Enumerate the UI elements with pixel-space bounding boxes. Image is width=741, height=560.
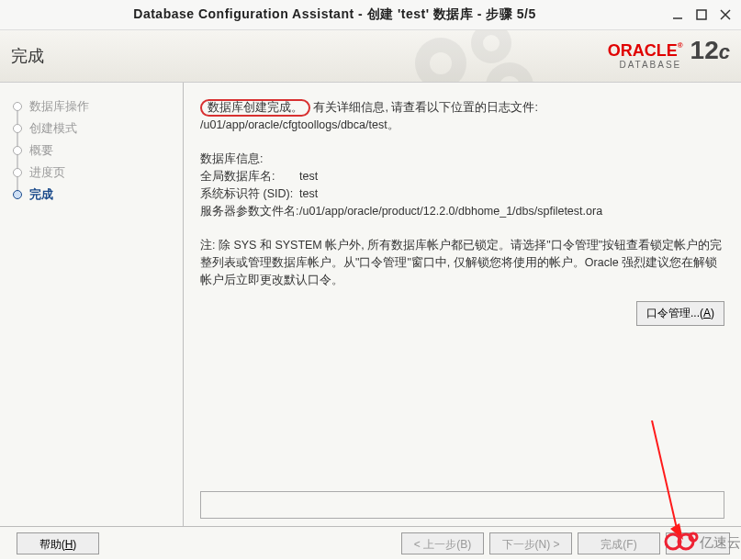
step-dot-icon: [13, 190, 22, 199]
watermark: 亿速云: [663, 529, 741, 556]
summary-text: 数据库创建完成。 有关详细信息, 请查看以下位置的日志文件: /u01/app/…: [200, 99, 724, 288]
step-progress: 进度页: [0, 162, 183, 184]
step-dot-icon: [13, 102, 22, 111]
title-bar: Database Configuration Assistant - 创建 't…: [0, 0, 741, 29]
watermark-text: 亿速云: [700, 534, 741, 552]
page-title: 完成: [11, 45, 44, 67]
step-dot-icon: [13, 146, 22, 155]
svg-point-5: [430, 52, 452, 74]
maximize-button[interactable]: [691, 5, 712, 25]
brand-logo: ORACLE® 12c DATABASE: [608, 36, 730, 70]
brand-oracle-text: ORACLE®: [608, 41, 683, 61]
bottom-bar: 帮助(H) < 上一步(B) 下一步(N) > 完成(F): [0, 526, 741, 559]
step-dot-icon: [13, 124, 22, 133]
next-button: 下一步(N) >: [489, 532, 572, 554]
header-banner: 完成 ORACLE® 12c DATABASE: [0, 29, 741, 83]
window-title: Database Configuration Assistant - 创建 't…: [6, 6, 664, 23]
svg-rect-1: [697, 10, 706, 19]
step-create-mode: 创建模式: [0, 118, 183, 140]
highlight-box: 数据库创建完成。: [200, 99, 310, 117]
finish-button: 完成(F): [578, 532, 660, 554]
svg-point-7: [483, 35, 500, 51]
gear-decor: [404, 29, 551, 83]
step-summary: 概要: [0, 140, 183, 162]
step-finish: 完成: [0, 184, 183, 206]
step-dot-icon: [13, 168, 22, 177]
body-area: 数据库操作 创建模式 概要 进度页 完成 数据库创建完成。 有关详细信息, 请查…: [0, 83, 741, 526]
minimize-button[interactable]: [668, 5, 688, 25]
password-management-button[interactable]: 口令管理...(A): [636, 301, 724, 326]
brand-12c-text: 12c: [690, 36, 730, 65]
step-sidebar: 数据库操作 创建模式 概要 进度页 完成: [0, 83, 184, 526]
watermark-logo-icon: [663, 529, 700, 556]
back-button: < 上一步(B): [401, 532, 484, 554]
content-panel: 数据库创建完成。 有关详细信息, 请查看以下位置的日志文件: /u01/app/…: [184, 83, 741, 526]
step-db-operation: 数据库操作: [0, 95, 183, 118]
help-button[interactable]: 帮助(H): [17, 532, 99, 554]
brand-database-text: DATABASE: [619, 60, 681, 70]
output-textarea[interactable]: [200, 491, 724, 519]
close-button[interactable]: [715, 5, 735, 25]
